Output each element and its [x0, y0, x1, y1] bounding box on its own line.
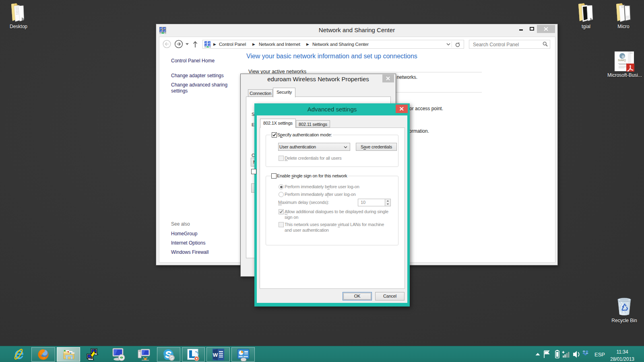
svg-text:SolidQ: SolidQ — [618, 59, 626, 62]
svg-text:W: W — [213, 352, 218, 358]
